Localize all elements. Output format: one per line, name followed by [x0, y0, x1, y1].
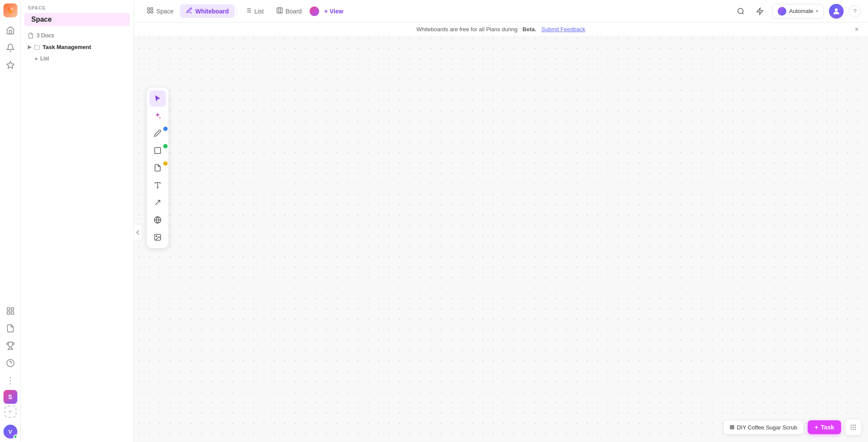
tab-separator [237, 7, 237, 16]
task-button[interactable]: + Task [808, 420, 841, 434]
tab-list-label: List [254, 8, 264, 15]
tool-image[interactable] [149, 229, 166, 246]
docs-icon [28, 33, 34, 39]
add-view-button[interactable]: + View [319, 5, 349, 17]
svg-point-40 [855, 427, 856, 428]
svg-rect-6 [7, 312, 10, 314]
task-plus-icon: + [815, 424, 818, 431]
notification-bold: Beta. [522, 26, 536, 33]
board-indicator-icon [310, 7, 319, 16]
canvas-area[interactable]: Whiteboards are free for all Plans durin… [134, 23, 868, 442]
automate-label: Automate [789, 8, 813, 14]
svg-rect-5 [11, 308, 13, 311]
svg-point-38 [851, 427, 852, 428]
svg-point-35 [851, 425, 852, 426]
tool-select[interactable] [149, 90, 166, 107]
pen-color-dot [163, 127, 168, 131]
nav-more[interactable]: ⋮ [3, 373, 18, 388]
space-badge[interactable]: S [3, 390, 17, 404]
sidebar-collapse-button[interactable] [134, 224, 142, 241]
svg-point-26 [835, 8, 838, 11]
nav-home[interactable] [3, 23, 18, 38]
svg-point-41 [851, 429, 852, 430]
tool-note[interactable] [149, 160, 166, 176]
notification-text: Whiteboards are free for all Plans durin… [416, 26, 518, 33]
svg-line-24 [743, 13, 744, 14]
notification-bar: Whiteboards are free for all Plans durin… [134, 23, 868, 36]
board-tab-icon [276, 7, 283, 15]
tool-magic[interactable] [149, 108, 166, 124]
shape-color-dot [163, 144, 168, 148]
task-label: Task [821, 424, 834, 431]
tool-text[interactable] [149, 177, 166, 193]
nav-docs[interactable] [3, 321, 18, 336]
tool-shape[interactable] [149, 142, 166, 159]
sidebar-folder-task-management[interactable]: ▶ Task Management [21, 41, 133, 53]
nav-apps[interactable] [3, 303, 18, 319]
tab-whiteboard[interactable]: Whiteboard [180, 4, 235, 18]
automate-button[interactable]: Automate ▾ [772, 4, 824, 19]
search-button[interactable] [734, 4, 748, 18]
grid-view-button[interactable] [845, 419, 861, 435]
tab-space[interactable]: Space [141, 4, 180, 18]
svg-point-43 [855, 429, 856, 430]
tool-embed[interactable] [149, 212, 166, 228]
sidebar-space-title[interactable]: Space [24, 13, 130, 26]
topbar: Space Whiteboard List Board [134, 0, 868, 23]
logo-icon[interactable] [3, 3, 17, 17]
notification-close-button[interactable]: × [852, 25, 861, 34]
nav-trophy[interactable] [3, 338, 18, 354]
svg-point-37 [855, 425, 856, 426]
automate-icon [778, 7, 786, 16]
nav-help[interactable] [3, 355, 18, 371]
folder-icon [34, 44, 40, 50]
tab-board[interactable]: Board [270, 4, 308, 18]
svg-rect-7 [11, 312, 13, 314]
tool-pen[interactable] [149, 125, 166, 141]
sidebar-section-label: SPACE [21, 5, 133, 10]
svg-rect-13 [151, 11, 153, 13]
sidebar-list-item[interactable]: ● List [21, 53, 133, 64]
whiteboard-tab-icon [186, 7, 193, 15]
svg-rect-11 [151, 8, 153, 10]
user-avatar-bottom[interactable]: V [3, 425, 17, 439]
bottom-bar: DIY Coffee Sugar Scrub + Task [724, 419, 861, 435]
tab-whiteboard-label: Whiteboard [195, 8, 229, 15]
folder-chevron-icon: ▶ [28, 44, 31, 50]
whiteboard-toolbar [147, 88, 168, 248]
help-button[interactable]: ? [849, 5, 861, 17]
svg-point-42 [853, 429, 854, 430]
sidebar-docs-item[interactable]: 3 Docs [21, 29, 133, 41]
svg-point-36 [853, 425, 854, 426]
svg-rect-10 [148, 8, 150, 10]
tab-list[interactable]: List [239, 4, 270, 18]
tab-board-label: Board [286, 8, 302, 15]
submit-feedback-link[interactable]: Submit Feedback [541, 26, 585, 33]
nav-bell[interactable] [3, 40, 18, 56]
diy-label: DIY Coffee Sugar Scrub [737, 424, 797, 431]
automate-chevron-icon: ▾ [816, 9, 818, 13]
note-color-dot [163, 161, 168, 166]
svg-point-34 [156, 236, 157, 236]
space-tab-icon [147, 7, 154, 15]
diy-dot-icon [730, 425, 734, 429]
topbar-user-avatar[interactable] [829, 4, 844, 19]
canvas-background [134, 23, 868, 442]
svg-point-23 [738, 8, 743, 13]
svg-point-2 [9, 10, 12, 13]
topbar-actions: Automate ▾ ? [734, 4, 861, 19]
diy-coffee-badge[interactable]: DIY Coffee Sugar Scrub [724, 421, 803, 434]
tool-arrow[interactable] [149, 194, 166, 211]
tab-space-label: Space [156, 8, 174, 15]
svg-marker-3 [7, 62, 14, 69]
online-indicator [13, 435, 17, 439]
add-space-button[interactable]: + [4, 406, 17, 418]
lightning-button[interactable] [753, 4, 767, 18]
svg-rect-4 [7, 308, 10, 311]
svg-rect-20 [277, 8, 282, 13]
add-view-label: + View [324, 8, 343, 15]
sidebar-narrow: ⋮ S + V [0, 0, 21, 442]
nav-star[interactable] [3, 57, 18, 73]
main-area: Space Whiteboard List Board [134, 0, 868, 442]
svg-rect-12 [148, 11, 150, 13]
